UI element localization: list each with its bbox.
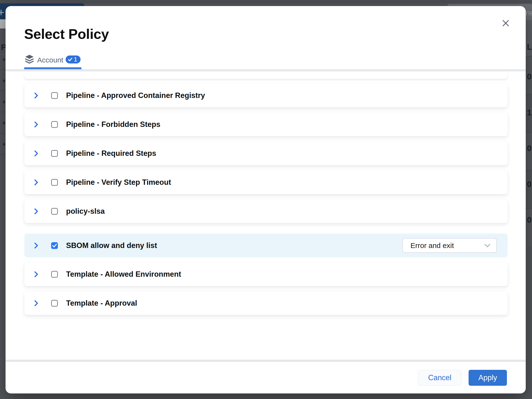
backdrop-row-divider (0, 90, 6, 91)
policy-checkbox[interactable] (51, 208, 58, 215)
expand-chevron-icon[interactable] (34, 300, 38, 307)
backdrop-right-header: L (527, 42, 532, 52)
backdrop-right-column: L 0 1 0 0 0 (526, 20, 532, 246)
backdrop-row-divider (0, 112, 6, 112)
policy-checkbox[interactable] (51, 179, 58, 186)
backdrop-top-strip (0, 0, 532, 3)
badge-count: 1 (74, 56, 77, 63)
policy-checkbox[interactable] (51, 121, 58, 128)
backdrop-caret-icon (3, 100, 6, 104)
cancel-button[interactable]: Cancel (418, 370, 462, 386)
check-icon (68, 58, 72, 61)
policy-row[interactable]: Template - Approval (24, 291, 508, 315)
partially-scrolled-row (24, 71, 508, 79)
policy-name: Template - Allowed Environment (66, 270, 181, 279)
expand-chevron-icon[interactable] (34, 121, 38, 128)
policy-name: policy-slsa (66, 207, 105, 216)
screen: + ne P L 0 1 0 0 0 Selec (0, 0, 532, 399)
expand-chevron-icon[interactable] (34, 242, 38, 249)
backdrop-row-divider (0, 154, 6, 155)
backdrop-caret-icon (3, 58, 6, 61)
layers-icon (24, 55, 35, 65)
policy-row[interactable]: Pipeline - Approved Container Registry (24, 84, 508, 107)
policy-checkbox[interactable] (51, 92, 58, 99)
backdrop-caret-icon (3, 79, 6, 83)
close-icon (502, 20, 509, 27)
active-tab-underline (24, 67, 82, 69)
policy-row[interactable]: Pipeline - Verify Step Timeout (24, 171, 508, 194)
policy-name: Pipeline - Forbidden Steps (66, 120, 160, 129)
policy-name: Template - Approval (66, 299, 137, 308)
backdrop-caret-icon (3, 143, 6, 146)
expand-chevron-icon[interactable] (34, 179, 38, 186)
backdrop-row-divider (0, 69, 6, 70)
backdrop-right-value: 0 (527, 144, 532, 153)
expand-chevron-icon[interactable] (34, 271, 38, 278)
policy-row[interactable]: Template - Allowed Environment (24, 262, 508, 286)
policy-row[interactable]: policy-slsa (24, 200, 508, 223)
policy-row-selected[interactable]: SBOM allow and deny list Error and exit (24, 234, 508, 257)
backdrop-right-value: 0 (527, 179, 532, 189)
backdrop-right-value: 0 (527, 215, 532, 225)
policy-row[interactable]: Pipeline - Required Steps (24, 142, 508, 165)
expand-chevron-icon[interactable] (34, 150, 38, 157)
backdrop-divider (0, 54, 6, 55)
policy-checkbox[interactable] (51, 150, 58, 157)
expand-chevron-icon[interactable] (34, 92, 38, 99)
policy-name: SBOM allow and deny list (66, 241, 157, 250)
tab-account[interactable]: Account (37, 56, 63, 64)
policy-checkbox-checked[interactable] (51, 242, 58, 249)
policy-row[interactable]: Pipeline - Forbidden Steps (24, 113, 508, 136)
backdrop-plus-button: + (0, 6, 4, 19)
backdrop-right-value: 1 (527, 108, 532, 117)
close-button[interactable] (500, 18, 511, 28)
chevron-down-icon (484, 244, 491, 248)
tab-divider (6, 69, 526, 71)
backdrop-right-value: 0 (527, 72, 532, 81)
expand-chevron-icon[interactable] (34, 208, 38, 215)
policy-name: Pipeline - Approved Container Registry (66, 91, 205, 100)
backdrop-row-divider (0, 133, 6, 134)
policy-checkbox[interactable] (51, 300, 58, 307)
selected-count-badge: 1 (66, 55, 81, 63)
footer-divider (6, 360, 526, 362)
policy-name: Pipeline - Required Steps (66, 149, 156, 158)
policy-action-select[interactable]: Error and exit (402, 238, 497, 253)
select-policy-dialog: Select Policy Account 1 Pipeline - (6, 6, 526, 393)
dialog-title: Select Policy (24, 26, 109, 42)
backdrop-caret-icon (3, 121, 6, 125)
backdrop-partial-text: ne (526, 9, 532, 17)
apply-button[interactable]: Apply (469, 370, 507, 386)
policy-checkbox[interactable] (51, 271, 58, 278)
policy-name: Pipeline - Verify Step Timeout (66, 178, 171, 187)
policy-action-value: Error and exit (410, 241, 454, 250)
